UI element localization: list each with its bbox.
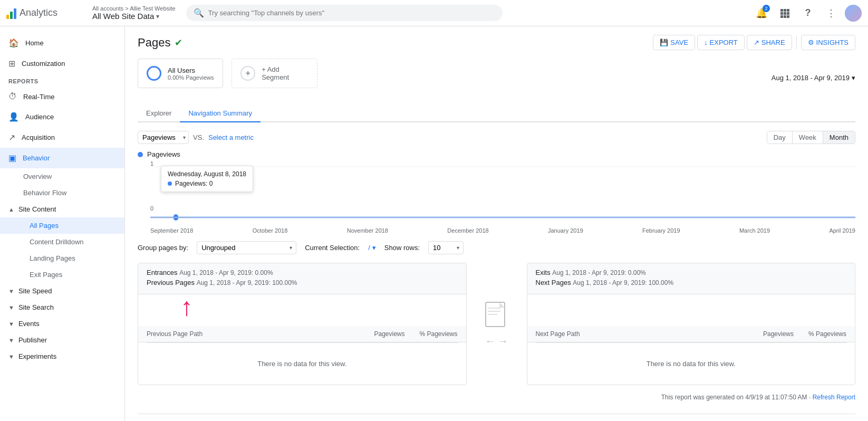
- apps-button[interactable]: [775, 4, 794, 23]
- select-metric-link[interactable]: Select a metric: [208, 133, 254, 141]
- red-up-arrow-icon: ↑: [180, 294, 193, 320]
- center-arrows: ← →: [485, 335, 508, 347]
- property-chevron-icon: ▾: [156, 13, 159, 20]
- svg-rect-4: [784, 12, 786, 15]
- header-breadcrumb: All accounts > Allie Test Website: [92, 5, 176, 12]
- reports-section-label: REPORTS: [0, 74, 124, 87]
- metric-selector: Pageviews VS. Select a metric: [138, 131, 254, 144]
- tab-explorer[interactable]: Explorer: [138, 105, 180, 122]
- landing-pages-label: Landing Pages: [30, 254, 75, 262]
- save-button[interactable]: 💾 SAVE: [653, 35, 695, 50]
- current-selection-label: Current Selection:: [305, 244, 360, 252]
- time-btn-day[interactable]: Day: [767, 131, 793, 143]
- sidebar-item-audience[interactable]: 👤 Audience: [0, 107, 124, 127]
- report-footer: This report was generated on 4/9/19 at 1…: [138, 394, 855, 401]
- sidebar-item-content-drilldown[interactable]: Content Drilldown: [0, 234, 124, 250]
- tooltip-date: Wednesday, August 8, 2018: [168, 170, 246, 178]
- exits-range: Aug 1, 2018 - Apr 9, 2019: 0.00%: [552, 269, 645, 276]
- sidebar-item-realtime[interactable]: ⏱ Real-Time: [0, 87, 124, 107]
- site-content-label: Site Content: [18, 205, 56, 213]
- sidebar-item-site-speed[interactable]: ▼ Site Speed: [0, 283, 124, 299]
- page-footer: © 2019 Google | Analytics Home | Terms o…: [138, 414, 855, 421]
- exits-stat: Exits Aug 1, 2018 - Apr 9, 2019: 0.00%: [536, 269, 674, 276]
- more-button[interactable]: ⋮: [822, 4, 841, 23]
- sidebar-item-behavior[interactable]: ▣ Behavior: [0, 148, 124, 168]
- right-arrow-icon: →: [498, 335, 508, 347]
- search-box[interactable]: 🔍: [186, 5, 503, 21]
- time-btn-month[interactable]: Month: [823, 131, 855, 143]
- refresh-report-link[interactable]: Refresh Report: [813, 394, 855, 401]
- entrances-label: Entrances: [147, 269, 178, 276]
- sidebar-item-landing-pages[interactable]: Landing Pages: [0, 250, 124, 266]
- tab-navigation-summary[interactable]: Navigation Summary: [180, 105, 261, 122]
- user-avatar[interactable]: [845, 5, 862, 22]
- chart-legend-label: Pageviews: [147, 150, 180, 158]
- page-header: Pages ✔ 💾 SAVE ↓ EXPORT ↗ SHARE ⚙: [138, 35, 855, 50]
- metric-dropdown[interactable]: Pageviews: [138, 131, 189, 144]
- document-icon: [484, 301, 510, 333]
- segment-name: All Users: [168, 66, 214, 74]
- account-selector[interactable]: All accounts > Allie Test Website All We…: [92, 5, 176, 21]
- sidebar-item-acquisition[interactable]: ↗ Acquisition: [0, 127, 124, 148]
- svg-rect-16: [488, 314, 497, 315]
- insights-button[interactable]: ⚙ INSIGHTS: [801, 35, 855, 50]
- chart-y-max: 1: [150, 160, 153, 167]
- date-range-picker[interactable]: Aug 1, 2018 - Apr 9, 2019 ▾: [771, 74, 855, 82]
- right-col-pv-header: Pageviews: [741, 330, 794, 338]
- entrances-range: Aug 1, 2018 - Apr 9, 2019: 0.00%: [179, 269, 273, 276]
- all-pages-label: All Pages: [30, 222, 59, 229]
- x-label-feb2019: February 2019: [642, 227, 680, 234]
- all-users-segment[interactable]: All Users 0.00% Pageviews: [138, 59, 223, 88]
- group-by-select[interactable]: Ungrouped Default Channel Grouping Sourc…: [197, 241, 296, 254]
- vs-label: VS.: [193, 133, 204, 141]
- sidebar-behavior-label: Behavior: [23, 154, 50, 162]
- save-label: SAVE: [670, 39, 688, 46]
- home-icon: 🏠: [8, 38, 19, 48]
- sidebar-item-customization[interactable]: ⊞ Customization: [0, 53, 124, 74]
- left-no-data: There is no data for this view.: [138, 343, 466, 385]
- export-label: EXPORT: [710, 39, 738, 46]
- tab-explorer-label: Explorer: [146, 109, 171, 117]
- exit-pages-label: Exit Pages: [30, 271, 62, 279]
- sidebar-item-home[interactable]: 🏠 Home: [0, 33, 124, 53]
- notifications-button[interactable]: 🔔 2: [752, 4, 771, 23]
- sidebar-item-events[interactable]: ▼ Events: [0, 315, 124, 332]
- left-col-pv-header: Pageviews: [352, 330, 405, 338]
- tooltip-value: Pageviews: 0: [168, 180, 246, 187]
- events-chevron-icon: ▼: [8, 321, 14, 327]
- layout: 🏠 Home ⊞ Customization REPORTS ⏱ Real-Ti…: [0, 26, 868, 421]
- svg-rect-14: [488, 308, 500, 309]
- help-button[interactable]: ?: [798, 4, 817, 23]
- next-pages-stat: Next Pages Aug 1, 2018 - Apr 9, 2019: 10…: [536, 279, 674, 286]
- right-nav-panel: Exits Aug 1, 2018 - Apr 9, 2019: 0.00% N…: [527, 263, 856, 385]
- time-btn-week[interactable]: Week: [793, 131, 823, 143]
- svg-rect-15: [488, 311, 500, 312]
- chart-wrapper: 1 0 Wednesday, August 8, 2018: [150, 160, 855, 234]
- sidebar-item-publisher[interactable]: ▼ Publisher: [0, 332, 124, 348]
- metric-dropdown-wrap: Pageviews: [138, 131, 189, 144]
- site-search-chevron-icon: ▼: [8, 304, 14, 311]
- sidebar-item-behavior-flow[interactable]: Behavior Flow: [0, 185, 124, 201]
- share-button[interactable]: ↗ SHARE: [747, 35, 792, 50]
- right-panel-stats: Exits Aug 1, 2018 - Apr 9, 2019: 0.00% N…: [536, 269, 674, 289]
- sidebar-acquisition-label: Acquisition: [22, 133, 55, 141]
- sidebar-item-overview[interactable]: Overview: [0, 168, 124, 185]
- group-pages-label: Group pages by:: [138, 244, 188, 252]
- search-input[interactable]: [208, 9, 495, 17]
- property-selector[interactable]: All Web Site Data ▾: [92, 12, 176, 21]
- behavior-icon: ▣: [8, 153, 16, 163]
- current-selection-value[interactable]: / ▾: [368, 244, 376, 252]
- previous-pages-range: Aug 1, 2018 - Apr 9, 2019: 100.00%: [197, 279, 297, 286]
- sidebar-realtime-label: Real-Time: [23, 93, 54, 101]
- sidebar-item-all-pages[interactable]: All Pages: [0, 217, 124, 234]
- sidebar-item-experiments[interactable]: ▼ Experiments: [0, 348, 124, 365]
- sidebar-item-exit-pages[interactable]: Exit Pages: [0, 266, 124, 283]
- export-button[interactable]: ↓ EXPORT: [697, 35, 745, 50]
- chart-controls: Pageviews VS. Select a metric Day Week M…: [138, 131, 855, 144]
- header-actions: 🔔 2 ? ⋮: [752, 4, 862, 23]
- tooltip-dot-icon: [168, 181, 172, 186]
- rows-select[interactable]: 10 25 50 100 500 1000: [428, 241, 464, 254]
- sidebar-item-site-content[interactable]: ▲ Site Content: [0, 201, 124, 217]
- add-segment-button[interactable]: + + Add Segment: [232, 59, 317, 88]
- sidebar-item-site-search[interactable]: ▼ Site Search: [0, 299, 124, 315]
